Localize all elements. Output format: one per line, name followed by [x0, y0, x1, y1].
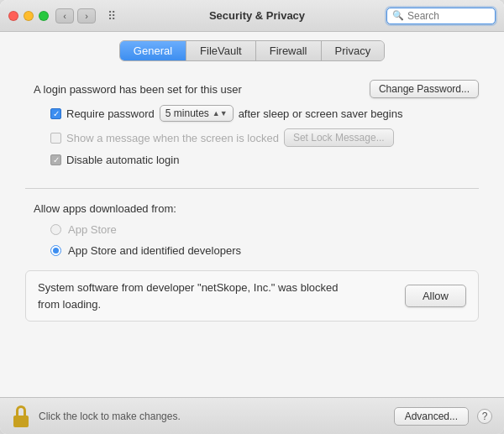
- lock-icon[interactable]: [12, 405, 30, 427]
- window-title: Security & Privacy: [128, 9, 386, 22]
- advanced-button[interactable]: Advanced...: [394, 407, 469, 426]
- content: A login password has been set for this u…: [0, 66, 504, 397]
- require-password-label: Require password: [66, 107, 155, 120]
- forward-button[interactable]: ›: [77, 8, 96, 24]
- show-message-row: Show a message when the screen is locked…: [50, 128, 479, 147]
- footer: Click the lock to make changes. Advanced…: [0, 397, 504, 434]
- change-password-button[interactable]: Change Password...: [370, 80, 479, 98]
- search-icon: 🔍: [392, 10, 404, 21]
- lock-shackle: [16, 405, 26, 416]
- lock-body: [13, 416, 29, 427]
- nav-buttons: ‹ ›: [55, 8, 96, 24]
- top-section: A login password has been set for this u…: [25, 80, 479, 166]
- app-store-only-row: App Store: [50, 223, 479, 236]
- require-password-row: ✓ Require password 5 minutes ▲▼ after sl…: [50, 105, 479, 122]
- tab-firewall[interactable]: Firewall: [256, 41, 322, 60]
- divider: [25, 188, 479, 189]
- back-button[interactable]: ‹: [55, 8, 74, 24]
- help-button[interactable]: ?: [477, 409, 492, 424]
- app-store-identified-radio[interactable]: [50, 245, 61, 256]
- tab-general[interactable]: General: [120, 41, 186, 60]
- tab-group: General FileVault Firewall Privacy: [119, 40, 385, 61]
- disable-login-label: Disable automatic login: [66, 154, 179, 166]
- traffic-lights: [8, 11, 49, 21]
- show-message-checkbox[interactable]: [50, 133, 61, 144]
- grid-icon[interactable]: ⠿: [102, 8, 121, 24]
- password-interval-value: 5 minutes: [165, 107, 209, 119]
- require-password-checkbox[interactable]: ✓: [50, 108, 61, 119]
- window: ‹ › ⠿ Security & Privacy 🔍 General FileV…: [0, 0, 504, 434]
- app-store-identified-label: App Store and identified developers: [68, 244, 241, 257]
- blocked-text-line2: from loading.: [38, 298, 101, 311]
- bottom-section: Allow apps downloaded from: App Store Ap…: [25, 202, 479, 322]
- dropdown-arrow-icon: ▲▼: [213, 109, 228, 118]
- password-info-label: A login password has been set for this u…: [34, 83, 361, 96]
- disable-login-row: ✓ Disable automatic login: [50, 154, 479, 166]
- tab-privacy[interactable]: Privacy: [322, 41, 385, 60]
- blocked-section: System software from developer "netSkope…: [25, 270, 479, 322]
- set-lock-message-button: Set Lock Message...: [284, 128, 394, 147]
- allow-apps-label: Allow apps downloaded from:: [34, 202, 479, 215]
- tabbar: General FileVault Firewall Privacy: [0, 32, 504, 66]
- password-row: A login password has been set for this u…: [34, 80, 479, 98]
- blocked-text-line1: System software from developer "netSkope…: [38, 281, 339, 294]
- show-message-label: Show a message when the screen is locked: [66, 132, 279, 144]
- after-sleep-label: after sleep or screen saver begins: [239, 107, 403, 120]
- minimize-button[interactable]: [24, 11, 34, 21]
- allow-button[interactable]: Allow: [405, 285, 466, 307]
- app-store-only-label: App Store: [68, 223, 117, 236]
- footer-lock-text: Click the lock to make changes.: [39, 410, 386, 422]
- maximize-button[interactable]: [39, 11, 49, 21]
- titlebar: ‹ › ⠿ Security & Privacy 🔍: [0, 0, 504, 32]
- app-store-identified-row: App Store and identified developers: [50, 244, 479, 257]
- tab-filevault[interactable]: FileVault: [186, 41, 256, 60]
- close-button[interactable]: [8, 11, 18, 21]
- app-store-only-radio[interactable]: [50, 224, 61, 235]
- disable-login-checkbox[interactable]: ✓: [50, 154, 61, 165]
- blocked-text: System software from developer "netSkope…: [38, 280, 393, 312]
- search-box[interactable]: 🔍: [386, 8, 496, 24]
- password-interval-dropdown[interactable]: 5 minutes ▲▼: [160, 105, 234, 122]
- search-input[interactable]: [407, 10, 490, 22]
